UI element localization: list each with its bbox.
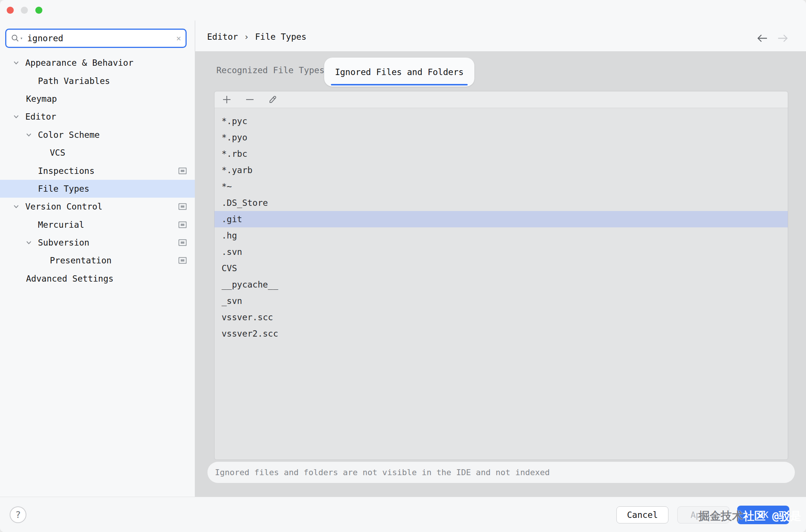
pattern-text: *.rbc [222, 149, 247, 159]
results-found-icon [178, 221, 187, 228]
active-tab-underline [331, 84, 468, 85]
list-toolbar [215, 91, 788, 108]
sidebar-item-label: Inspections [38, 166, 94, 176]
sidebar-item-label: Subversion [38, 238, 89, 247]
pattern-text: *.pyo [222, 133, 247, 142]
settings-sidebar: ▾ ✕ Appearance & Behavior Path Variables… [0, 20, 195, 497]
breadcrumb-file-types: File Types [255, 32, 306, 42]
sidebar-item-inspections[interactable]: Inspections [0, 162, 195, 179]
sidebar-item-label: File Types [38, 184, 89, 194]
sidebar-item-subversion[interactable]: Subversion [0, 234, 195, 252]
list-item-selected[interactable]: .git [215, 211, 788, 227]
content-header: Editor › File Types [195, 0, 806, 51]
results-found-icon [178, 203, 187, 210]
file-types-panel: Recognized File Types Ignored Files and … [195, 51, 806, 497]
pattern-text: vssver2.scc [222, 329, 278, 338]
breadcrumb-separator: › [244, 32, 249, 42]
footer: ? Cancel Apply OK 掘金技术社区 @驳是 [0, 497, 806, 532]
list-item[interactable]: vssver.scc [215, 309, 788, 325]
pattern-text: CVS [222, 263, 237, 273]
sidebar-item-editor[interactable]: Editor [0, 108, 195, 126]
hint-text: Ignored files and folders are not visibl… [215, 468, 550, 477]
results-found-icon [178, 168, 187, 174]
chevron-down-icon[interactable] [13, 115, 25, 119]
list-item[interactable]: *.rbc [215, 146, 788, 162]
sidebar-item-label: Appearance & Behavior [25, 58, 133, 68]
sidebar-item-label: Advanced Settings [26, 274, 113, 283]
search-input[interactable] [26, 33, 173, 43]
sidebar-item-label: Path Variables [38, 76, 110, 86]
sidebar-item-label: Keymap [26, 94, 57, 104]
sidebar-item-file-types[interactable]: File Types [0, 180, 195, 198]
remove-button[interactable] [244, 93, 256, 106]
ignored-files-list-panel: *.pyc *.pyo *.rbc *.yarb *~ .DS_Store .g… [214, 91, 788, 460]
pattern-text: vssver.scc [222, 312, 273, 322]
list-item[interactable]: vssver2.scc [215, 325, 788, 342]
results-found-icon [178, 239, 187, 246]
back-arrow-icon[interactable] [757, 34, 768, 42]
apply-button: Apply [677, 506, 729, 523]
sidebar-item-version-control[interactable]: Version Control [0, 198, 195, 215]
list-item[interactable]: _svn [215, 293, 788, 309]
search-history-caret-icon[interactable]: ▾ [20, 36, 23, 41]
tab-recognized-file-types[interactable]: Recognized File Types [216, 65, 325, 75]
list-item[interactable]: *.yarb [215, 162, 788, 178]
sidebar-item-presentation[interactable]: Presentation [0, 252, 195, 269]
sidebar-item-label: Mercurial [38, 220, 84, 230]
hint-bar: Ignored files and folders are not visibl… [207, 462, 795, 483]
tab-label: Ignored Files and Folders [335, 67, 464, 77]
ok-button[interactable]: OK [737, 506, 789, 524]
sidebar-item-label: Version Control [25, 202, 103, 211]
ignored-patterns-list: *.pyc *.pyo *.rbc *.yarb *~ .DS_Store .g… [215, 113, 788, 342]
list-item[interactable]: *.pyc [215, 113, 788, 129]
breadcrumb: Editor › File Types [207, 32, 306, 42]
pattern-text: __pycache__ [222, 280, 278, 289]
settings-search-field[interactable]: ▾ ✕ [5, 29, 187, 48]
sidebar-item-advanced-settings[interactable]: Advanced Settings [0, 270, 195, 288]
clear-search-icon[interactable]: ✕ [173, 34, 181, 43]
pattern-text: *.yarb [222, 165, 252, 175]
pattern-text: .git [222, 214, 242, 224]
list-item[interactable]: *.pyo [215, 129, 788, 146]
chevron-down-icon[interactable] [13, 61, 25, 65]
pattern-text: .hg [222, 231, 237, 240]
sidebar-item-color-scheme[interactable]: Color Scheme [0, 126, 195, 144]
chevron-down-icon[interactable] [26, 241, 38, 244]
sidebar-item-appearance-behavior[interactable]: Appearance & Behavior [0, 54, 195, 72]
chevron-down-icon[interactable] [13, 205, 25, 208]
help-button[interactable]: ? [10, 506, 26, 523]
search-icon: ▾ [11, 34, 23, 43]
settings-tree: Appearance & Behavior Path Variables Key… [0, 54, 195, 288]
list-item[interactable]: .svn [215, 244, 788, 260]
sidebar-item-label: VCS [50, 148, 65, 158]
sidebar-item-vcs[interactable]: VCS [0, 144, 195, 162]
breadcrumb-editor[interactable]: Editor [207, 32, 238, 42]
forward-arrow-icon[interactable] [777, 34, 788, 42]
sidebar-item-path-variables[interactable]: Path Variables [0, 72, 195, 90]
add-button[interactable] [220, 93, 233, 106]
list-item[interactable]: CVS [215, 260, 788, 276]
sidebar-item-mercurial[interactable]: Mercurial [0, 216, 195, 234]
list-item[interactable]: .hg [215, 227, 788, 244]
question-mark-icon: ? [15, 509, 21, 520]
pattern-text: *.pyc [222, 116, 247, 126]
chevron-down-icon[interactable] [26, 133, 38, 137]
sidebar-item-label: Color Scheme [38, 130, 100, 140]
pattern-text: _svn [222, 296, 242, 306]
edit-pencil-button[interactable] [267, 93, 279, 106]
list-item[interactable]: __pycache__ [215, 276, 788, 293]
tab-ignored-files-and-folders[interactable]: Ignored Files and Folders [324, 58, 474, 87]
sidebar-item-keymap[interactable]: Keymap [0, 90, 195, 108]
pattern-text: *~ [222, 182, 232, 191]
cancel-button[interactable]: Cancel [616, 506, 668, 523]
list-item[interactable]: .DS_Store [215, 195, 788, 211]
results-found-icon [178, 257, 187, 264]
list-item[interactable]: *~ [215, 178, 788, 195]
settings-window: Settings ▾ ✕ Appearance & Behavior Path … [0, 0, 806, 532]
sidebar-item-label: Presentation [50, 256, 112, 265]
sidebar-item-label: Editor [25, 112, 56, 121]
pattern-text: .svn [222, 247, 242, 257]
pattern-text: .DS_Store [222, 198, 268, 208]
